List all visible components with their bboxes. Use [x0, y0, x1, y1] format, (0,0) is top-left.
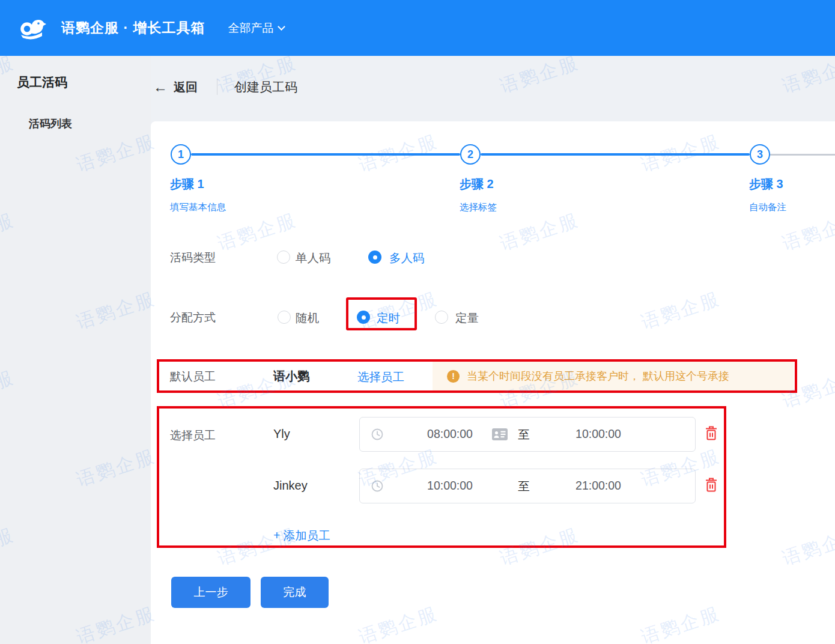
radio-single-code-label[interactable]: 单人码 [296, 250, 331, 266]
time-range-input-2[interactable]: 10:00:00 至 21:00:00 [359, 469, 696, 503]
main-content: ← 返回 创建员工码 1 2 3 步骤 1 填写基本信息 步骤 2 选择标签 步… [151, 56, 835, 644]
step-connector-end [770, 154, 835, 156]
all-products-menu[interactable]: 全部产品 [228, 20, 284, 36]
sidebar: 员工活码 活码列表 [0, 56, 151, 644]
step-3-subtitle: 自动备注 [749, 201, 786, 214]
step-2-title: 步骤 2 [460, 176, 497, 192]
step-2-number: 2 [467, 148, 473, 161]
page-title: 创建员工码 [234, 79, 297, 96]
clock-icon [371, 479, 384, 493]
clock-icon [371, 428, 384, 441]
end-time-value[interactable]: 10:00:00 [565, 427, 631, 441]
assign-mode-label: 分配方式 [170, 310, 216, 326]
time-range-input-1[interactable]: 08:00:00 至 10:00:00 [359, 417, 696, 452]
select-employee-link[interactable]: 选择员工 [357, 369, 404, 385]
employee-name: Jinkey [273, 479, 308, 493]
default-employee-warning: ! 当某个时间段没有员工承接客户时， 默认用这个号承接 [433, 362, 794, 390]
step-3-number: 3 [757, 148, 763, 161]
radio-random[interactable] [278, 311, 291, 324]
breadcrumb-divider [217, 79, 217, 95]
step-1-subtitle: 填写基本信息 [170, 201, 226, 214]
radio-timed[interactable] [357, 311, 370, 324]
radio-single-code[interactable] [277, 251, 290, 264]
contact-card-icon [492, 428, 508, 440]
breadcrumb: ← 返回 创建员工码 [153, 77, 297, 97]
select-employee-label: 选择员工 [170, 428, 216, 443]
radio-multi-code[interactable] [368, 251, 381, 264]
form-card: 1 2 3 步骤 1 填写基本信息 步骤 2 选择标签 步骤 3 自动备注 活码… [151, 121, 835, 644]
back-arrow-icon[interactable]: ← [153, 80, 168, 94]
chevron-down-icon [278, 23, 286, 31]
radio-timed-label[interactable]: 定时 [377, 310, 400, 326]
parrot-logo-icon[interactable] [18, 16, 47, 40]
step-connector-2-3 [481, 153, 750, 156]
step-2-label: 步骤 2 选择标签 [460, 176, 497, 214]
default-employee-label: 默认员工 [170, 369, 216, 384]
done-button[interactable]: 完成 [261, 577, 329, 608]
radio-random-label[interactable]: 随机 [296, 310, 319, 326]
radio-multi-code-label[interactable]: 多人码 [389, 250, 425, 266]
code-type-label: 活码类型 [170, 250, 216, 266]
delete-row-icon-1[interactable] [704, 425, 718, 442]
all-products-label: 全部产品 [228, 20, 273, 36]
warning-icon: ! [447, 370, 460, 383]
step-2-circle: 2 [460, 144, 481, 165]
default-employee-value: 语小鹦 [273, 368, 309, 384]
sidebar-title: 员工活码 [17, 74, 67, 91]
delete-row-icon-2[interactable] [704, 477, 718, 493]
start-time-value[interactable]: 10:00:00 [417, 479, 483, 493]
step-3-title: 步骤 3 [749, 176, 786, 192]
prev-step-button[interactable]: 上一步 [171, 577, 251, 608]
add-employee-button[interactable]: + 添加员工 [273, 527, 330, 544]
step-1-title: 步骤 1 [170, 176, 226, 192]
radio-quota[interactable] [435, 311, 448, 324]
app-header: 语鹦企服 · 增长工具箱 全部产品 [0, 0, 835, 56]
step-connector-1-2 [191, 153, 460, 156]
step-2-subtitle: 选择标签 [460, 201, 497, 214]
warning-text: 当某个时间段没有员工承接客户时， 默认用这个号承接 [467, 369, 729, 383]
radio-quota-label[interactable]: 定量 [455, 310, 479, 326]
end-time-value[interactable]: 21:00:00 [565, 479, 631, 493]
step-3-circle: 3 [750, 144, 770, 165]
back-button[interactable]: 返回 [174, 79, 198, 96]
start-time-value[interactable]: 08:00:00 [417, 427, 483, 441]
step-3-label: 步骤 3 自动备注 [749, 176, 786, 214]
sidebar-item-livecode-list[interactable]: 活码列表 [29, 117, 72, 131]
step-1-circle: 1 [171, 144, 191, 165]
employee-name: Yly [273, 427, 290, 441]
step-1-number: 1 [178, 148, 184, 161]
to-label: 至 [515, 478, 533, 494]
step-1-label: 步骤 1 填写基本信息 [170, 176, 226, 214]
brand-title: 语鹦企服 · 增长工具箱 [61, 19, 205, 37]
to-label: 至 [515, 427, 533, 443]
